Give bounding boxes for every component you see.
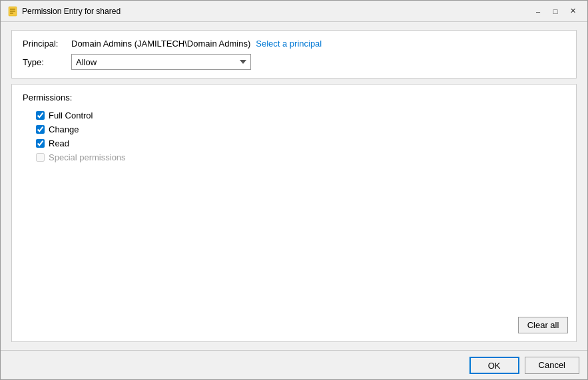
clear-all-button[interactable]: Clear all bbox=[518, 317, 568, 333]
change-label: Change bbox=[49, 124, 79, 134]
dialog-title: Permission Entry for shared bbox=[22, 7, 530, 16]
svg-rect-3 bbox=[10, 13, 13, 14]
special-permissions-checkbox[interactable] bbox=[36, 153, 45, 162]
type-select[interactable]: Allow Deny bbox=[71, 54, 251, 70]
title-bar: Permission Entry for shared – □ ✕ bbox=[1, 1, 587, 22]
dialog-overlay: Permission Entry for shared – □ ✕ Princi… bbox=[0, 0, 588, 380]
dialog-body: Principal: Domain Admins (JAMILTECH\Doma… bbox=[1, 22, 587, 350]
close-button[interactable]: ✕ bbox=[565, 5, 581, 18]
change-checkbox[interactable] bbox=[36, 125, 45, 134]
read-checkbox[interactable] bbox=[36, 139, 45, 148]
dialog-icon bbox=[7, 6, 18, 17]
ok-button[interactable]: OK bbox=[469, 357, 519, 374]
permissions-title: Permissions: bbox=[23, 93, 565, 102]
maximize-button[interactable]: □ bbox=[547, 5, 563, 18]
list-item: Change bbox=[36, 124, 565, 134]
dialog-footer: OK Cancel bbox=[1, 350, 587, 379]
minimize-button[interactable]: – bbox=[530, 5, 546, 18]
permission-entry-dialog: Permission Entry for shared – □ ✕ Princi… bbox=[0, 0, 588, 380]
full-control-checkbox[interactable] bbox=[36, 111, 45, 120]
principal-row: Principal: Domain Admins (JAMILTECH\Doma… bbox=[23, 39, 565, 49]
type-label: Type: bbox=[23, 57, 66, 67]
svg-rect-1 bbox=[10, 9, 15, 10]
select-principal-link[interactable]: Select a principal bbox=[256, 39, 322, 49]
list-item: Special permissions bbox=[36, 152, 565, 162]
permissions-section: Permissions: Full Control Change Read bbox=[11, 84, 577, 342]
form-section: Principal: Domain Admins (JAMILTECH\Doma… bbox=[11, 30, 577, 79]
principal-value: Domain Admins (JAMILTECH\Domain Admins) bbox=[71, 39, 250, 49]
svg-rect-2 bbox=[10, 11, 15, 12]
full-control-label: Full Control bbox=[49, 110, 93, 120]
type-row: Type: Allow Deny bbox=[23, 54, 565, 70]
list-item: Full Control bbox=[36, 110, 565, 120]
title-bar-controls: – □ ✕ bbox=[530, 5, 581, 18]
permissions-list: Full Control Change Read Special permiss… bbox=[36, 110, 565, 162]
principal-label: Principal: bbox=[23, 39, 66, 49]
list-item: Read bbox=[36, 138, 565, 148]
read-label: Read bbox=[49, 138, 69, 148]
special-permissions-label: Special permissions bbox=[49, 152, 126, 162]
cancel-button[interactable]: Cancel bbox=[525, 357, 579, 374]
